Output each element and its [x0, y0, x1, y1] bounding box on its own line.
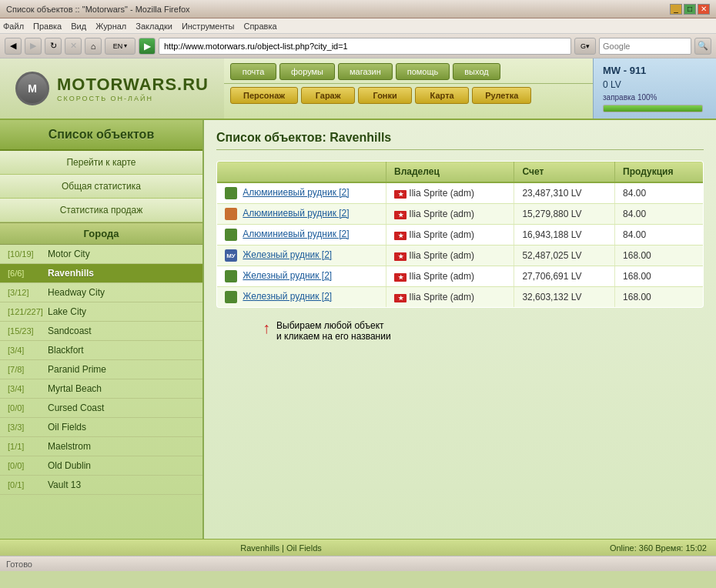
col-header-name	[217, 162, 386, 183]
stop-button[interactable]: ✕	[65, 38, 82, 55]
search-input[interactable]	[599, 38, 691, 55]
owner-cell: ★ Ilia Sprite (adm)	[386, 182, 514, 204]
go-to-map-button[interactable]: Перейти к карте	[0, 151, 202, 175]
menu-help[interactable]: Справка	[243, 22, 276, 31]
object-link[interactable]: Алюминиевый рудник [2]	[243, 208, 349, 219]
object-name-cell: Алюминиевый рудник [2]	[217, 225, 386, 246]
fuel-bar	[603, 105, 703, 112]
site-status-bar: Ravenhills | Oil Fields Online: 360 Врем…	[0, 539, 716, 556]
nav-mail[interactable]: почта	[230, 63, 276, 80]
table-row: МУ Железный рудник [2] ★ Ilia Sprite (ad…	[217, 246, 704, 266]
minimize-button[interactable]: _	[670, 4, 682, 15]
translate-button[interactable]: G▾	[574, 38, 596, 55]
address-bar[interactable]	[159, 38, 571, 55]
menu-bookmarks[interactable]: Закладки	[136, 22, 172, 31]
menu-file[interactable]: Файл	[3, 22, 24, 31]
logo-icon: M	[15, 72, 49, 105]
sidebar-city-item[interactable]: [15/23] Sandcoast	[0, 322, 202, 341]
sidebar-city-item[interactable]: [3/4] Blackfort	[0, 341, 202, 360]
object-link[interactable]: Алюминиевый рудник [2]	[243, 229, 349, 239]
page-content: M MOTORWARS.RU СКОРОСТЬ ОН-ЛАЙН почта фо…	[0, 58, 716, 556]
city-name: Lake City	[48, 306, 86, 317]
site-header: M MOTORWARS.RU СКОРОСТЬ ОН-ЛАЙН почта фо…	[0, 58, 716, 120]
object-link[interactable]: Железный рудник [2]	[243, 249, 332, 260]
sidebar-city-item[interactable]: [0/0] Cursed Coast	[0, 399, 202, 418]
hint-text: Выбираем любой объект и кликаем на его н…	[276, 320, 391, 342]
maximize-button[interactable]: □	[684, 4, 696, 15]
green-icon	[225, 270, 237, 282]
sidebar-city-item[interactable]: [3/4] Myrtal Beach	[0, 379, 202, 399]
forward-button[interactable]: ▶	[25, 38, 42, 55]
nav-races[interactable]: Гонки	[358, 87, 412, 104]
reload-button[interactable]: ↻	[45, 38, 62, 55]
city-bracket: [7/8]	[8, 365, 48, 374]
nav-help[interactable]: помощь	[396, 63, 450, 80]
menu-edit[interactable]: Правка	[33, 22, 62, 31]
menu-tools[interactable]: Инструменты	[182, 22, 235, 31]
nav-map[interactable]: Карта	[415, 87, 469, 104]
nav-forums[interactable]: форумы	[279, 63, 335, 80]
nav-garage[interactable]: Гараж	[301, 87, 355, 104]
nav-character[interactable]: Персонаж	[230, 87, 298, 104]
object-link[interactable]: Железный рудник [2]	[243, 291, 332, 302]
nav-roulette[interactable]: Рулетка	[472, 87, 531, 104]
sidebar-city-item[interactable]: [0/0] Old Dublin	[0, 456, 202, 476]
sidebar-city-item[interactable]: [10/19] Motor City	[0, 245, 202, 264]
city-bracket: [1/1]	[8, 442, 48, 451]
sidebar-city-item[interactable]: [3/3] Oil Fields	[0, 418, 202, 437]
owner-cell: ★ Ilia Sprite (adm)	[386, 266, 514, 287]
nav-logout[interactable]: выход	[453, 63, 500, 80]
search-button[interactable]: 🔍	[694, 38, 711, 55]
object-link[interactable]: Алюминиевый рудник [2]	[243, 187, 349, 198]
menu-view[interactable]: Вид	[71, 22, 86, 31]
owner-flag: ★	[394, 190, 407, 199]
object-name-cell: Железный рудник [2]	[217, 266, 386, 287]
nav-shop[interactable]: магазин	[338, 63, 393, 80]
city-name: Cursed Coast	[48, 403, 104, 413]
city-name: Headway City	[48, 287, 105, 298]
owner-flag: ★	[394, 273, 407, 282]
sidebar-city-item[interactable]: [121/227] Lake City	[0, 302, 202, 322]
city-bracket: [0/1]	[8, 480, 48, 489]
user-name: MW - 911	[603, 65, 707, 76]
browser-statusbar: Готово	[0, 556, 716, 571]
sidebar-city-item[interactable]: [0/1] Vault 13	[0, 476, 202, 495]
close-button[interactable]: ✕	[698, 4, 710, 15]
main-content: Список объектов: Ravenhills Владелец Сче…	[204, 120, 716, 539]
mu-icon: МУ	[225, 249, 237, 262]
go-button[interactable]: ▶	[139, 38, 156, 55]
owner-cell: ★ Ilia Sprite (adm)	[386, 225, 514, 246]
col-header-balance: Счет	[514, 162, 615, 183]
green-icon	[225, 229, 237, 241]
production-cell: 84.00	[615, 204, 704, 225]
table-row: Алюминиевый рудник [2] ★ Ilia Sprite (ad…	[217, 182, 704, 204]
city-name: Ravenhills	[48, 268, 94, 279]
owner-cell: ★ Ilia Sprite (adm)	[386, 287, 514, 308]
cities-section-title: Города	[0, 222, 202, 245]
sales-stats-button[interactable]: Статистика продаж	[0, 199, 202, 222]
city-bracket: [121/227]	[8, 307, 48, 316]
object-name-cell: Алюминиевый рудник [2]	[217, 204, 386, 225]
object-link[interactable]: Железный рудник [2]	[243, 270, 332, 281]
menu-journal[interactable]: Журнал	[95, 22, 126, 31]
balance-cell: 52,487,025 LV	[514, 246, 615, 266]
logo-title: MOTORWARS.RU	[57, 75, 209, 95]
city-name: Maelstrom	[48, 441, 91, 452]
status-right: Online: 360 Время: 15:02	[553, 543, 707, 553]
language-button[interactable]: EN▾	[105, 38, 136, 55]
object-name-cell: Железный рудник [2]	[217, 287, 386, 308]
owner-flag: ★	[394, 232, 407, 240]
city-bracket: [6/6]	[8, 269, 48, 278]
sidebar-city-item[interactable]: [1/1] Maelstrom	[0, 437, 202, 456]
home-button[interactable]: ⌂	[85, 38, 102, 55]
sidebar-city-item[interactable]: [6/6] Ravenhills	[0, 264, 202, 283]
sidebar-city-item[interactable]: [3/12] Headway City	[0, 283, 202, 302]
balance-cell: 27,706,691 LV	[514, 266, 615, 287]
city-name: Oil Fields	[48, 422, 86, 433]
general-stats-button[interactable]: Общая статистика	[0, 175, 202, 199]
city-name: Sandcoast	[48, 326, 92, 336]
green-icon	[225, 291, 237, 303]
table-row: Алюминиевый рудник [2] ★ Ilia Sprite (ad…	[217, 204, 704, 225]
back-button[interactable]: ◀	[5, 38, 22, 55]
sidebar-city-item[interactable]: [7/8] Paranid Prime	[0, 360, 202, 379]
